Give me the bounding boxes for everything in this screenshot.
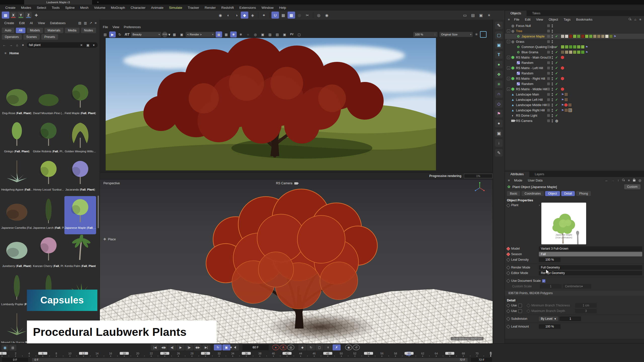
om-hamburger-icon[interactable]: ≡ bbox=[507, 18, 511, 21]
search-input[interactable]: fall plant✕▣▾ bbox=[27, 42, 98, 48]
keyframe-dot-icon[interactable] bbox=[506, 247, 510, 251]
menubar-item-volume[interactable]: Volume bbox=[91, 6, 108, 10]
generators-icon[interactable]: ● bbox=[495, 61, 503, 68]
material-chip[interactable] bbox=[561, 34, 565, 38]
object-name[interactable]: Landscape Middle Hill bbox=[516, 103, 547, 107]
volume-icon[interactable]: ❖ bbox=[495, 71, 503, 78]
preview-range-icon[interactable]: ▣ bbox=[222, 344, 230, 350]
render-edit-icon[interactable]: ✎ bbox=[495, 149, 503, 157]
object-name[interactable]: Landscape Main bbox=[516, 93, 539, 96]
material-chip[interactable] bbox=[573, 34, 577, 38]
object-row[interactable]: ✿Japanese Maple✓⚑ bbox=[505, 34, 644, 39]
flag-tag-icon[interactable]: ⚑ bbox=[585, 51, 588, 54]
visibility-dots[interactable] bbox=[552, 77, 553, 80]
next-key-icon[interactable]: ◆▶ bbox=[194, 344, 202, 350]
interactive-render-icon[interactable]: ☀ bbox=[485, 12, 493, 19]
cut-tool-icon[interactable]: ✂ bbox=[304, 12, 311, 19]
cameras-icon[interactable]: ▣ bbox=[495, 129, 503, 137]
om-tab-takes[interactable]: Takes bbox=[527, 11, 546, 16]
section-collapse-icon[interactable]: ≡ bbox=[4, 51, 8, 55]
use-document-scale-checkbox[interactable]: ✓ bbox=[542, 279, 545, 283]
attr-search-icon[interactable] bbox=[621, 178, 626, 182]
visibility-dots[interactable] bbox=[552, 119, 553, 122]
attr-chip-basic[interactable]: Basic bbox=[507, 191, 520, 196]
key-rotation-icon[interactable]: ↻ bbox=[307, 344, 315, 350]
menubar-item-animate[interactable]: Animate bbox=[148, 6, 166, 10]
add-image-icon[interactable]: ▣ bbox=[281, 31, 288, 37]
asset-item[interactable]: Japanese Larch (Fall, Pl... bbox=[33, 196, 64, 234]
object-name[interactable]: Random bbox=[521, 72, 533, 75]
solo-single-icon[interactable]: ↺ bbox=[353, 345, 360, 350]
visibility-dots[interactable] bbox=[552, 56, 553, 59]
asset-item[interactable]: Honey Locust 'Sunbur... bbox=[33, 158, 64, 196]
material-chip[interactable] bbox=[577, 34, 581, 38]
zoom-level-field[interactable]: 100 %⋮ bbox=[413, 32, 437, 37]
material-chip[interactable] bbox=[565, 34, 569, 38]
axis-lock-y[interactable]: Y bbox=[18, 12, 24, 18]
object-row[interactable]: −◎Tree bbox=[505, 28, 644, 34]
filter-models[interactable]: Models bbox=[27, 28, 43, 33]
asset-item[interactable]: Kentia Palm (Fall, Plant) bbox=[64, 234, 96, 273]
flag-tag-icon[interactable]: ⚑ bbox=[614, 35, 616, 38]
visibility-dots[interactable] bbox=[552, 46, 553, 49]
redshift-tag-icon[interactable] bbox=[561, 66, 564, 70]
axis-center-icon[interactable]: ◉ bbox=[323, 12, 331, 19]
menubar-item-window[interactable]: Window bbox=[259, 6, 276, 10]
layer-color-box[interactable] bbox=[547, 109, 550, 112]
layer-color-box[interactable] bbox=[547, 46, 550, 48]
layer-color-box[interactable] bbox=[547, 24, 550, 27]
enabled-check-icon[interactable]: ✓ bbox=[555, 45, 558, 49]
visibility-dots[interactable] bbox=[552, 72, 553, 75]
menubar-item-tools[interactable]: Tools bbox=[49, 6, 63, 10]
play-render-icon[interactable]: ▶ bbox=[109, 31, 116, 37]
expand-toggle-icon[interactable]: − bbox=[507, 40, 510, 43]
timeline-ruler[interactable]: 0246810121416182022242628303234363840424… bbox=[0, 352, 493, 357]
viewport-name-label[interactable]: Perspective bbox=[103, 182, 120, 185]
material-chip[interactable] bbox=[589, 34, 593, 38]
camera-target-icon[interactable]: ◎ bbox=[555, 119, 558, 123]
enabled-check-icon[interactable]: ✓ bbox=[555, 103, 558, 107]
deformers-icon[interactable]: ∩ bbox=[495, 90, 503, 98]
material-chip[interactable] bbox=[569, 45, 573, 49]
snap-toggle-icon[interactable]: U bbox=[271, 12, 279, 19]
object-name[interactable]: Landscape Right Hill bbox=[516, 109, 545, 112]
primitive-cube-icon[interactable]: ▣ bbox=[495, 41, 503, 49]
channel-rgb-icon[interactable]: RGB bbox=[162, 32, 168, 37]
layer-color-box[interactable] bbox=[547, 119, 550, 122]
pv-icon[interactable]: PV bbox=[289, 31, 295, 37]
asset-item[interactable]: Field Maple (Fall, Plant) bbox=[64, 81, 96, 120]
asset-item[interactable]: Japanese Maple (Fall, ... bbox=[64, 196, 96, 234]
enabled-check-icon[interactable]: ✓ bbox=[555, 56, 558, 59]
redshift-tag-icon[interactable] bbox=[564, 103, 568, 107]
keyframe-selection-icon[interactable]: ◎ bbox=[287, 345, 294, 350]
object-name[interactable]: RS Matrix - Main Ground bbox=[516, 56, 551, 59]
enabled-check-icon[interactable]: ✓ bbox=[555, 87, 558, 91]
object-row[interactable]: Random✓ bbox=[505, 71, 644, 76]
size-mode-dropdown[interactable]: Original Size▾ bbox=[439, 32, 473, 37]
visibility-dots[interactable] bbox=[552, 61, 553, 64]
custom-scale-value[interactable]: 1 bbox=[540, 284, 561, 289]
object-row[interactable]: ◐RS Dome Light✓ bbox=[505, 113, 644, 118]
expand-toggle-icon[interactable]: − bbox=[507, 77, 510, 80]
object-name[interactable]: RS Camera bbox=[516, 119, 532, 123]
prev-key-icon[interactable]: ◀◆ bbox=[159, 344, 168, 350]
object-row[interactable]: ▲Landscape Middle Hill✓⚑ bbox=[505, 102, 644, 108]
menubar-item-spline[interactable]: Spline bbox=[62, 6, 77, 10]
layer-color-box[interactable] bbox=[547, 51, 550, 54]
flag-tag-icon[interactable]: ⚑ bbox=[561, 93, 564, 96]
filter-all[interactable]: All bbox=[16, 28, 25, 33]
visibility-dots[interactable] bbox=[552, 51, 553, 54]
leaf-amount-value-field[interactable]: 100 % bbox=[539, 324, 560, 329]
menubar-item-create[interactable]: Create bbox=[3, 6, 18, 10]
object-row[interactable]: −RS Matrix - Left Hill✓ bbox=[505, 65, 644, 71]
material-chip[interactable] bbox=[601, 34, 605, 38]
attr-history-icon[interactable]: ◎ bbox=[637, 178, 642, 182]
attr-up-icon[interactable]: ↑ bbox=[617, 178, 620, 182]
object-name[interactable]: Random bbox=[521, 82, 533, 86]
range-bar-end-label[interactable]: 72 F bbox=[460, 358, 465, 361]
layer-color-box[interactable] bbox=[547, 67, 550, 69]
key-pla-icon[interactable]: ✗ bbox=[333, 344, 341, 350]
attribute-value-field[interactable]: 100 % bbox=[539, 257, 560, 262]
layer-color-box[interactable] bbox=[547, 104, 550, 106]
om-menu-view[interactable]: View bbox=[534, 18, 545, 21]
